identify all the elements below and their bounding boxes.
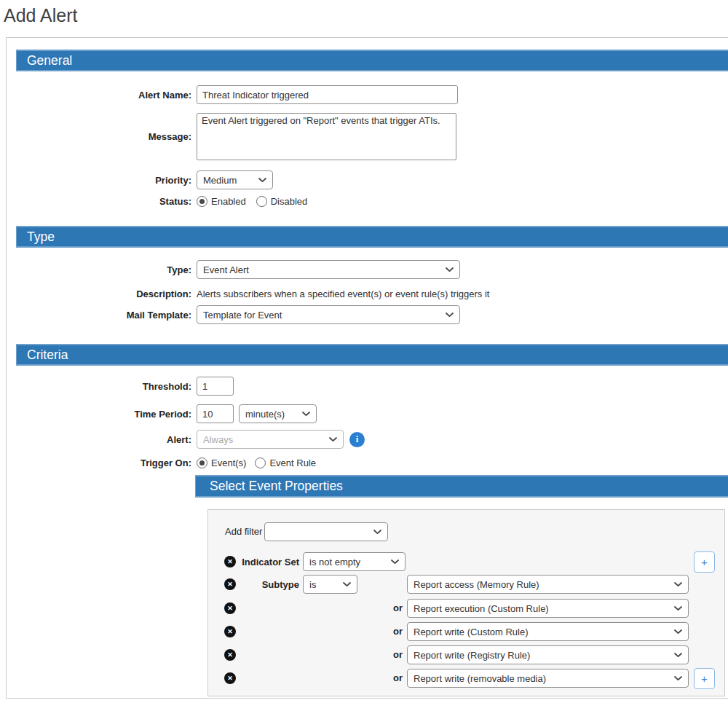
chevron-down-icon (258, 178, 266, 183)
alert-condition-value: Always (203, 434, 233, 445)
chevron-down-icon (674, 629, 682, 635)
chevron-down-icon (329, 437, 337, 442)
priority-label: Priority: (16, 175, 191, 186)
chevron-down-icon (674, 676, 682, 681)
radio-checked-icon[interactable] (197, 457, 207, 468)
message-label: Message: (16, 131, 191, 142)
priority-select-value: Medium (203, 175, 237, 186)
or-label: or (381, 599, 403, 618)
status-enabled-label: Enabled (211, 196, 246, 207)
section-header-select-event-properties: Select Event Properties (195, 475, 728, 498)
subtype-or-value-select[interactable]: Report execution (Custom Rule) (407, 599, 689, 618)
chevron-down-icon (302, 412, 310, 417)
chevron-down-icon (674, 582, 682, 587)
chevron-down-icon (343, 582, 351, 587)
add-filter-row-button[interactable]: + (694, 668, 715, 689)
message-textarea[interactable]: Event Alert triggered on "Report" events… (197, 113, 456, 160)
subtype-or-value: Report write (removable media) (414, 673, 546, 684)
subtype-or-value: Report write (Custom Rule) (414, 627, 529, 637)
add-alert-form: General Alert Name: Message: Event Alert… (6, 37, 728, 699)
subtype-value-select[interactable]: Report access (Memory Rule) (407, 575, 689, 594)
status-radio-group: Enabled Disabled (197, 196, 307, 207)
section-header-type: Type (16, 226, 728, 248)
mail-template-select-value: Template for Event (203, 310, 282, 321)
or-label: or (381, 622, 403, 641)
or-label: or (381, 645, 403, 664)
trigger-event-rule-label: Event Rule (269, 457, 316, 468)
subtype-or-value-select[interactable]: Report write (Registry Rule) (407, 645, 689, 664)
section-header-general: General (16, 50, 728, 71)
alert-name-input[interactable] (197, 85, 458, 104)
add-filter-label: Add filter (225, 522, 262, 541)
add-filter-select[interactable] (264, 522, 388, 541)
alert-name-label: Alert Name: (16, 90, 191, 101)
time-period-unit-select[interactable]: minute(s) (239, 404, 317, 423)
threshold-input[interactable] (197, 377, 234, 396)
time-period-label: Time Period: (16, 409, 191, 420)
trigger-option-events[interactable]: Event(s) (197, 457, 246, 468)
remove-filter-icon[interactable]: ✕ (224, 578, 236, 590)
or-label: or (381, 669, 403, 688)
priority-select[interactable]: Medium (197, 170, 273, 189)
subtype-or-value-select[interactable]: Report write (Custom Rule) (407, 622, 689, 641)
status-option-enabled[interactable]: Enabled (197, 196, 246, 207)
trigger-on-label: Trigger On: (16, 457, 191, 468)
status-disabled-label: Disabled (271, 196, 308, 207)
type-select-value: Event Alert (203, 264, 249, 275)
chevron-down-icon (674, 606, 682, 611)
filter-field-label: Indicator Set (236, 552, 299, 572)
trigger-on-radio-group: Event(s) Event Rule (197, 457, 316, 468)
remove-filter-icon[interactable]: ✕ (224, 649, 236, 661)
radio-unchecked-icon[interactable] (256, 196, 267, 207)
type-select[interactable]: Event Alert (197, 260, 460, 279)
mail-template-select[interactable]: Template for Event (197, 305, 460, 324)
subtype-or-value: Report write (Registry Rule) (414, 650, 530, 661)
chevron-down-icon (391, 559, 399, 565)
threshold-label: Threshold: (16, 381, 191, 392)
alert-condition-label: Alert: (16, 434, 191, 445)
event-properties-filter-box: Add filter ✕ Indicator Set is not empty … (207, 509, 725, 696)
chevron-down-icon (674, 653, 682, 658)
section-header-criteria: Criteria (16, 344, 728, 366)
subtype-or-value: Report execution (Custom Rule) (414, 603, 549, 614)
description-label: Description: (16, 288, 191, 299)
type-label: Type: (16, 264, 191, 275)
page-title: Add Alert (4, 5, 728, 26)
chevron-down-icon (446, 313, 454, 318)
trigger-option-event-rule[interactable]: Event Rule (255, 457, 316, 468)
subtype-operator-select[interactable]: is (303, 575, 357, 594)
trigger-events-label: Event(s) (211, 457, 246, 468)
subtype-value: Report access (Memory Rule) (414, 579, 539, 590)
indicator-set-operator-value: is not empty (309, 557, 360, 567)
indicator-set-operator-select[interactable]: is not empty (303, 552, 405, 571)
radio-unchecked-icon[interactable] (255, 457, 266, 468)
filter-field-label: Subtype (236, 575, 299, 594)
remove-filter-icon[interactable]: ✕ (224, 672, 236, 684)
radio-checked-icon[interactable] (197, 196, 207, 207)
remove-filter-icon[interactable]: ✕ (224, 556, 236, 567)
remove-filter-icon[interactable]: ✕ (224, 602, 236, 614)
time-period-input[interactable] (197, 404, 234, 423)
subtype-operator-value: is (309, 579, 316, 590)
alert-condition-select: Always (197, 430, 344, 449)
info-icon[interactable]: i (349, 432, 365, 447)
status-label: Status: (16, 196, 191, 207)
subtype-or-value-select[interactable]: Report write (removable media) (407, 669, 689, 688)
status-option-disabled[interactable]: Disabled (256, 196, 308, 207)
remove-filter-icon[interactable]: ✕ (224, 626, 236, 637)
chevron-down-icon (446, 267, 454, 272)
mail-template-label: Mail Template: (16, 310, 191, 321)
time-period-unit-value: minute(s) (245, 409, 285, 420)
type-description-text: Alerts subscribers when a specified even… (197, 288, 489, 299)
chevron-down-icon (373, 530, 381, 535)
add-filter-row-button[interactable]: + (694, 551, 715, 573)
